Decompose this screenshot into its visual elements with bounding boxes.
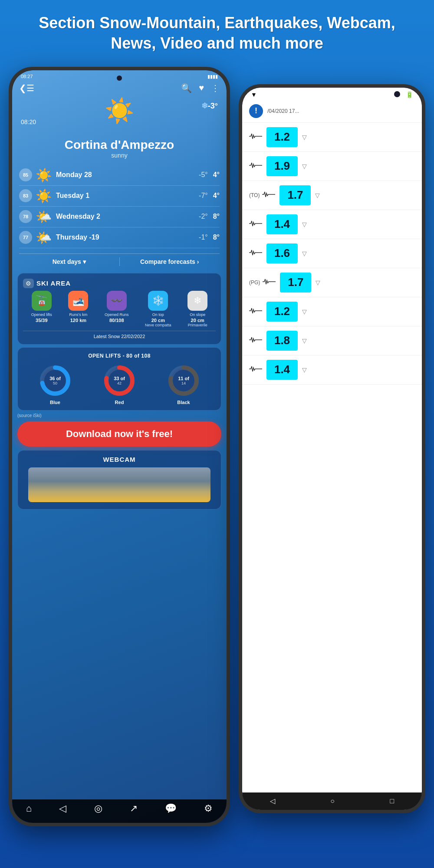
back-nav-icon[interactable]: ◁ bbox=[270, 797, 275, 805]
ski-stat-value: 20 cm bbox=[187, 318, 207, 323]
forecast-high: 8° bbox=[213, 233, 220, 241]
next-days-button[interactable]: Next days ▾ bbox=[19, 254, 119, 270]
radar-icon[interactable]: ◎ bbox=[94, 803, 102, 814]
magnitude-value: 1.9 bbox=[266, 156, 298, 176]
forecast-high: 4° bbox=[213, 192, 220, 200]
camera-notch-right bbox=[394, 91, 400, 97]
location-text: (TO) bbox=[249, 192, 260, 198]
red-lifts-label: Red bbox=[102, 400, 137, 405]
ski-area-settings-icon[interactable]: ⚙ bbox=[23, 279, 34, 288]
camera-notch bbox=[117, 76, 122, 81]
red-lifts-stat[interactable]: 33 of 42 Red bbox=[102, 363, 137, 405]
next-days-label: Next days bbox=[53, 258, 81, 265]
compare-forecasts-label: Compare forecasts bbox=[140, 258, 195, 265]
chat-icon[interactable]: 💬 bbox=[165, 803, 177, 814]
ski-stat-sub: Primaverile bbox=[187, 323, 207, 327]
ski-stat-lifts[interactable]: 🚡 Opened lifts 35/39 bbox=[31, 291, 52, 323]
opened-runs-icon: 〰️ bbox=[107, 291, 127, 311]
magnitude-value: 1.7 bbox=[280, 273, 311, 293]
quake-row-5[interactable]: 1.6 ▽ bbox=[242, 239, 422, 268]
detail-icon: ▽ bbox=[316, 279, 320, 286]
confidence-badge: 78 bbox=[19, 210, 32, 223]
search-icon[interactable]: 🔍 bbox=[181, 83, 192, 93]
home-icon[interactable]: ⌂ bbox=[26, 803, 32, 814]
bottom-nav: ⌂ ◁ ◎ ↗ 💬 ⚙ bbox=[12, 799, 227, 823]
seismic-wave-icon bbox=[249, 248, 262, 258]
back-icon[interactable]: ❮ bbox=[19, 83, 26, 93]
more-icon[interactable]: ⋮ bbox=[211, 83, 220, 93]
red-donut: 33 of 42 bbox=[102, 363, 137, 398]
location-icon[interactable]: ◁ bbox=[59, 803, 66, 814]
runs-km-icon: 🎿 bbox=[68, 291, 88, 311]
location-text: (PG) bbox=[249, 279, 260, 286]
blue-lifts-denom: 50 bbox=[49, 381, 61, 385]
source-text: (source iSki) bbox=[17, 413, 221, 418]
seismic-wave-icon bbox=[249, 306, 262, 316]
share-icon[interactable]: ↗ bbox=[130, 803, 138, 814]
forecast-day: Tuesday 1 bbox=[56, 192, 199, 200]
alert-icon: ! bbox=[249, 104, 263, 118]
red-lifts-num: 33 of bbox=[114, 376, 125, 381]
ski-stat-label: Opened Runs bbox=[105, 312, 129, 317]
quake-row-4[interactable]: 1.4 ▽ bbox=[242, 210, 422, 239]
weather-header: ☀️ Cortina d'Ampezzo sunny ❄-3° 08:20 bbox=[12, 97, 227, 163]
quake-row-2[interactable]: 1.9 ▽ bbox=[242, 152, 422, 181]
forecast-row-monday[interactable]: 85 ☀️ Monday 28 -5° 4° bbox=[19, 165, 220, 186]
weather-description: sunny bbox=[21, 152, 218, 159]
detail-icon: ▽ bbox=[302, 366, 307, 373]
detail-icon: ▽ bbox=[302, 337, 307, 344]
open-lifts-card: OPEN LIFTS - 80 of 108 36 of 50 bbox=[17, 347, 221, 411]
seismic-wave-icon bbox=[249, 132, 262, 142]
favorite-icon[interactable]: ♥ bbox=[199, 83, 204, 93]
forecast-row-thursday[interactable]: 77 🌤️ Thursday -19 -1° 8° bbox=[19, 227, 220, 248]
header-section: Section Snow-Mountain, Earthquakes, Webc… bbox=[0, 0, 434, 62]
forecast-day: Monday 28 bbox=[56, 171, 199, 179]
webcam-card: WEBCAM bbox=[17, 450, 221, 510]
earthquake-list: 1.2 ▽ 1.9 ▽ (TO) 1.7 ▽ bbox=[242, 123, 422, 385]
detail-icon: ▽ bbox=[302, 221, 307, 228]
black-donut: 11 of 14 bbox=[166, 363, 201, 398]
ski-stat-label: Opened lifts bbox=[31, 312, 52, 317]
quake-row-3[interactable]: (TO) 1.7 ▽ bbox=[242, 181, 422, 210]
current-time: 08:20 bbox=[21, 118, 36, 125]
ski-stat-opened-runs[interactable]: 〰️ Opened Runs 80/108 bbox=[105, 291, 129, 323]
latest-snow: Latest Snow 22/02/2022 bbox=[23, 331, 216, 339]
ski-area-card: ⚙ SKI AREA 🚡 Opened lifts 35/39 🎿 Runs's… bbox=[17, 273, 221, 345]
seismic-wave-icon bbox=[249, 365, 262, 375]
quake-row-7[interactable]: 1.2 ▽ bbox=[242, 297, 422, 326]
quake-row-6[interactable]: (PG) 1.7 ▽ bbox=[242, 268, 422, 297]
home-nav-icon[interactable]: ○ bbox=[330, 797, 335, 805]
quake-row-1[interactable]: 1.2 ▽ bbox=[242, 123, 422, 152]
ski-stat-runs-km[interactable]: 🎿 Runs's km 120 km bbox=[68, 291, 88, 323]
compare-forecasts-button[interactable]: Compare forecasts › bbox=[120, 254, 220, 270]
settings-icon[interactable]: ⚙ bbox=[204, 803, 213, 814]
ski-stat-label: Runs's km bbox=[68, 312, 88, 317]
confidence-badge: 83 bbox=[19, 189, 32, 202]
forecast-row-tuesday[interactable]: 83 ☀️ Tuesday 1 -7° 4° bbox=[19, 186, 220, 207]
download-banner[interactable]: Download now it's free! bbox=[17, 421, 221, 447]
magnitude-value: 1.4 bbox=[266, 360, 298, 380]
detail-icon: ▽ bbox=[302, 250, 307, 257]
seismic-wave-icon bbox=[262, 190, 275, 200]
webcam-image bbox=[28, 467, 210, 502]
ski-stat-label: On top bbox=[145, 312, 171, 317]
forecast-row-wednesday[interactable]: 78 🌤️ Wednesday 2 -2° 8° bbox=[19, 207, 220, 227]
sun-icon: ☀️ bbox=[21, 97, 218, 125]
webcam-preview[interactable] bbox=[28, 467, 210, 502]
ski-stat-on-top[interactable]: ❄️ On top 20 cm Neve compatta bbox=[145, 291, 171, 327]
lifts-circles-row: 36 of 50 Blue bbox=[23, 363, 216, 405]
menu-icon[interactable]: ☰ bbox=[26, 83, 34, 93]
magnitude-value: 1.4 bbox=[266, 214, 298, 234]
ski-stat-on-slope[interactable]: ❄ On slope 20 cm Primaverile bbox=[187, 291, 207, 327]
detail-icon: ▽ bbox=[302, 308, 307, 315]
quake-row-8[interactable]: 1.8 ▽ bbox=[242, 326, 422, 355]
magnitude-value: 1.2 bbox=[266, 127, 298, 147]
right-battery-icon: 🔋 bbox=[406, 91, 413, 98]
blue-lifts-stat[interactable]: 36 of 50 Blue bbox=[38, 363, 72, 405]
forecast-high: 4° bbox=[213, 171, 220, 179]
recent-nav-icon[interactable]: □ bbox=[390, 797, 395, 805]
quake-row-9[interactable]: 1.4 ▽ bbox=[242, 355, 422, 385]
confidence-badge: 85 bbox=[19, 168, 32, 181]
weather-icon: ☀️ bbox=[36, 188, 52, 204]
black-lifts-stat[interactable]: 11 of 14 Black bbox=[166, 363, 201, 405]
